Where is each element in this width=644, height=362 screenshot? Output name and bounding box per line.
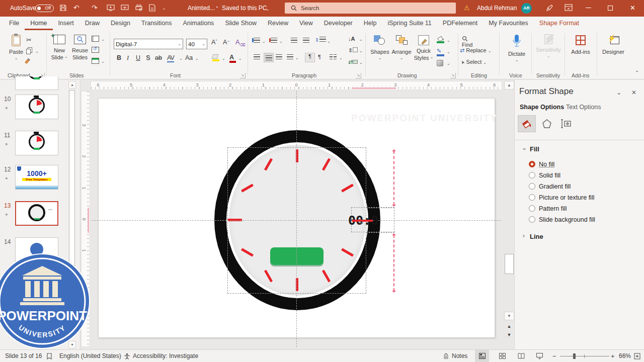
text-direction-chevron-icon[interactable]: ⌄ [359,37,363,42]
canvas-scroll-down-button[interactable]: ▼ [504,312,514,320]
shapes-button[interactable]: Shapes ⌄ [370,35,389,60]
tab-help[interactable]: Help [358,17,382,30]
slide-counter[interactable]: Slide 13 of 16 [5,352,42,359]
line-section-header[interactable]: Line [530,233,543,240]
tab-view[interactable]: View [294,17,318,30]
save-status[interactable]: Saved to this PC [222,5,267,12]
zoom-level[interactable]: 66% [619,352,631,359]
warning-icon[interactable]: ⚠ [464,4,470,12]
font-size-combo[interactable]: ⌄ [186,39,207,49]
thumbnail-slide-9-partial[interactable] [15,76,58,90]
tab-draw[interactable]: Draw [79,17,105,30]
tab-home[interactable]: Home [25,17,52,30]
convert-smartart-icon[interactable]: ⇄ [348,59,358,65]
section-chevron-icon[interactable]: ⌄ [101,59,105,64]
ribbon-display-options-icon[interactable] [565,4,573,12]
line-section-chevron-icon[interactable]: › [523,232,525,239]
find-button[interactable]: Find [462,36,472,48]
radio-label-gradient-fill[interactable]: Gradient fill [539,183,571,190]
format-painter-icon[interactable] [26,58,29,64]
search-bar[interactable] [285,3,456,14]
tab-developer[interactable]: Developer [318,17,358,30]
zoom-out-button[interactable]: − [552,352,556,360]
previous-slide-button[interactable]: ▲ [504,322,514,330]
rtl-text-direction-button[interactable]: ¶ [318,54,321,60]
minimize-button[interactable] [586,8,591,8]
new-slide-button[interactable]: + New Slide⌄ [50,35,68,60]
print-preview-icon[interactable] [135,5,143,11]
select-button[interactable]: ➤ Select ⌄ [461,59,487,65]
underline-button[interactable]: U [136,54,140,61]
copy-icon[interactable] [26,47,31,54]
align-right-button[interactable] [276,54,282,60]
numbering-chevron-icon[interactable]: ⌄ [279,39,283,44]
save-icon[interactable] [59,4,67,12]
tab-shape-format[interactable]: Shape Format [534,17,585,30]
tab-design[interactable]: Design [105,17,136,30]
radio-pattern-fill[interactable] [529,205,535,212]
decrease-font-size-button[interactable]: A⌄ [223,39,230,46]
font-name-input[interactable] [116,41,178,47]
scroll-up-button[interactable]: ▲ [68,81,76,88]
close-button[interactable]: ✕ [630,4,635,12]
font-color-chevron-icon[interactable]: ⌄ [238,56,242,61]
cut-icon[interactable]: ✂ [26,36,32,44]
line-spacing-icon[interactable]: ⇕ [315,37,326,43]
search-input[interactable] [301,5,432,11]
radio-label-picture-fill[interactable]: Picture or texture fill [539,194,594,201]
designer-button[interactable]: ⚡ Designer [601,35,626,55]
thumbnail-slide-10[interactable] [15,95,58,119]
slide-show-icon[interactable] [121,5,129,11]
drawing-dialog-launcher[interactable]: ↘ [450,73,456,78]
shape-fill-icon[interactable] [437,36,444,43]
copy-chevron-icon[interactable]: ⌄ [35,49,39,54]
radio-label-no-fill[interactable]: No fill [539,161,554,168]
slide-sorter-view-button[interactable] [495,350,509,362]
canvas-scroll-up-button[interactable]: ▲ [504,81,514,89]
tab-slide-show[interactable]: Slide Show [219,17,262,30]
tab-review[interactable]: Review [262,17,294,30]
radio-label-pattern-fill[interactable]: Pattern fill [539,205,567,212]
ltr-text-direction-button[interactable]: ¶ [305,53,315,62]
tab-ispring[interactable]: iSpring Suite 11 [382,17,437,30]
reading-view-button[interactable] [514,350,528,362]
increase-font-size-button[interactable]: A^ [211,39,217,46]
avatar[interactable]: AR [521,3,532,14]
clear-formatting-button[interactable]: A⌫ [235,39,246,47]
horizontal-ruler[interactable]: 654 321 012 345 6 [91,81,502,90]
dictate-button[interactable]: Dictate ⌄ [505,34,528,62]
increase-indent-icon[interactable] [303,38,309,44]
align-left-button[interactable] [254,54,260,60]
notes-icon[interactable] [443,353,449,359]
size-properties-icon-tab[interactable] [557,115,575,132]
proofing-icon[interactable] [46,353,52,359]
radio-gradient-fill[interactable] [529,183,535,190]
quick-access-overflow-icon[interactable]: ⌄ [162,4,166,13]
align-center-button[interactable] [264,53,274,62]
reset-slide-icon[interactable]: ↺ [92,47,99,53]
shape-fill-chevron-icon[interactable]: ⌄ [447,38,450,43]
shape-effects-icon[interactable] [437,60,443,66]
new-document-icon[interactable] [149,4,155,12]
restore-button[interactable] [608,6,613,11]
text-direction-icon[interactable]: ↓A [348,36,355,42]
redo-icon[interactable]: ↷ [92,4,98,12]
accessibility-status[interactable]: Accessibility: Investigate [133,352,198,359]
arrange-button[interactable]: Arrange ⌄ [391,35,412,60]
align-text-chevron-icon[interactable]: ⌄ [359,49,363,53]
radio-slide-background-fill[interactable] [529,216,535,223]
radio-label-solid-fill[interactable]: Solid fill [539,172,560,179]
slide-layout-icon[interactable] [92,36,99,42]
thumbnail-slide-13-selected[interactable] [15,201,58,226]
fit-to-window-icon[interactable] [634,353,640,359]
fill-section-chevron-icon[interactable]: ⌄ [522,144,527,151]
paragraph-dialog-launcher[interactable]: ↘ [356,73,361,78]
panel-close-icon[interactable]: ✕ [631,89,636,96]
radio-solid-fill[interactable] [529,172,535,178]
notes-toggle[interactable]: Notes [452,352,467,359]
next-slide-button[interactable]: ▼ [504,331,514,339]
paste-button[interactable]: Paste ⌄ [7,35,25,60]
replace-button[interactable]: ⇄ Replace ⌄ [460,47,491,54]
strikethrough-button[interactable]: ab [155,54,162,61]
tab-insert[interactable]: Insert [53,17,79,30]
